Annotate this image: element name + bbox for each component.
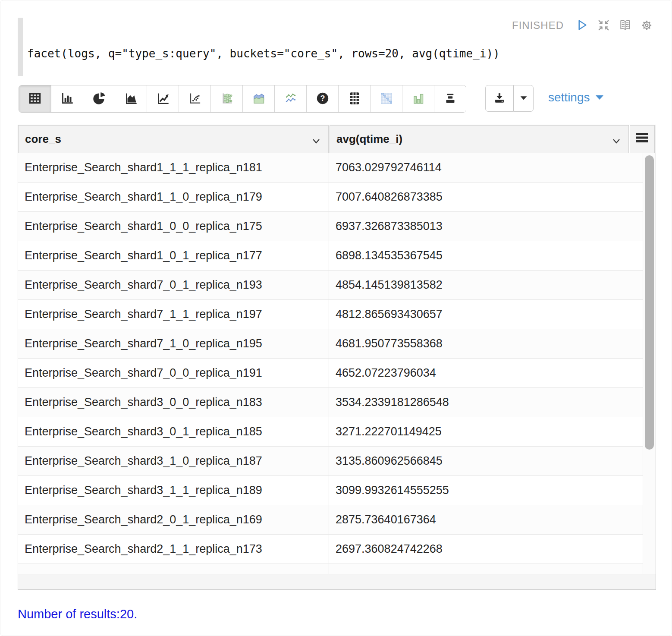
cell-core-s: Enterprise_Search_shard2_0_1_replica_n16…	[18, 505, 329, 534]
download-dropdown-button[interactable]	[514, 85, 534, 112]
chart-type-line-chart-button[interactable]	[147, 85, 179, 112]
code-editor[interactable]: facet(logs, q="type_s:query", buckets="c…	[18, 18, 656, 76]
cell-core-s: Enterprise_Search_shard2_1_1_replica_n17…	[18, 535, 329, 564]
chart-type-group: ?	[19, 85, 466, 113]
table-row: Enterprise_Search_shard7_1_0_replica_n19…	[18, 329, 643, 359]
cell-avg-qtime-i: 4652.07223796034	[329, 359, 643, 387]
column-header-core-s[interactable]: core_s	[18, 125, 329, 153]
cell-avg-qtime-i: 7007.640826873385	[329, 183, 643, 211]
funnel-chart-icon	[442, 90, 458, 108]
download-button-group	[485, 85, 534, 112]
download-button[interactable]	[485, 85, 514, 112]
zeppelin-paragraph: FINISHED	[0, 0, 672, 636]
heatmap-icon	[378, 90, 395, 108]
table-row: Enterprise_Search_shard1_0_1_replica_n17…	[18, 241, 643, 271]
cell-avg-qtime-i: 6898.134535367545	[329, 241, 643, 270]
vertical-scrollbar-thumb[interactable]	[645, 155, 654, 450]
vertical-scrollbar[interactable]	[643, 153, 656, 574]
chevron-down-icon[interactable]	[611, 135, 622, 144]
chart-type-table-button[interactable]	[19, 85, 51, 112]
code-line[interactable]: facet(logs, q="type_s:query", buckets="c…	[27, 47, 500, 60]
table-row: Enterprise_Search_shard3_1_1_replica_n18…	[18, 476, 643, 505]
cell-core-s: Enterprise_Search_shard1_1_0_replica_n17…	[18, 183, 329, 211]
cell-avg-qtime-i: 4854.145139813582	[329, 271, 643, 299]
settings-label: settings	[548, 91, 590, 104]
chart-type-heatmap-button[interactable]	[370, 85, 402, 112]
table-row: Enterprise_Search_shard1_1_1_replica_n18…	[18, 153, 643, 183]
cell-core-s: Enterprise_Search_shard3_1_1_replica_n18…	[18, 476, 329, 505]
table-icon	[27, 90, 43, 108]
scatter-chart-icon	[187, 90, 203, 108]
cell-avg-qtime-i: 3534.2339181286548	[329, 388, 643, 417]
cell-core-s: Enterprise_Search_shard1_0_1_replica_n17…	[18, 241, 329, 270]
table-row: Enterprise_Search_shard1_1_0_replica_n17…	[18, 183, 643, 212]
chart-type-stacked-area-chart-button[interactable]	[242, 85, 274, 112]
caret-down-icon	[594, 91, 605, 104]
data-grid-icon	[346, 90, 363, 108]
cell-core-s: Enterprise_Search_shard7_0_0_replica_n19…	[18, 359, 329, 387]
cell-avg-qtime-i: 2875.73640167364	[329, 505, 643, 534]
chart-type-area-chart-button[interactable]	[115, 85, 147, 112]
visualization-toolbar: ?	[19, 85, 605, 113]
table-row: Enterprise_Search_shard2_0_1_replica_n16…	[18, 505, 643, 535]
bubble-chart-icon	[219, 90, 235, 108]
cell-avg-qtime-i: 3271.222701149425	[329, 417, 643, 446]
chart-type-scatter-chart-button[interactable]	[179, 85, 210, 112]
editor-gutter	[18, 18, 23, 76]
table-row: Enterprise_Search_shard7_1_1_replica_n19…	[18, 300, 643, 329]
horizontal-scrollbar[interactable]	[18, 574, 656, 589]
area-chart-icon	[123, 90, 139, 108]
cell-avg-qtime-i: 3099.9932614555255	[329, 476, 643, 505]
table-body: Enterprise_Search_shard1_1_1_replica_n18…	[18, 153, 643, 574]
line-chart-icon	[155, 90, 171, 108]
chart-type-multi-line-chart-button[interactable]	[274, 85, 306, 112]
chart-type-column-chart-button[interactable]	[402, 85, 434, 112]
chart-type-funnel-chart-button[interactable]	[434, 85, 466, 112]
cell-core-s: Enterprise_Search_shard3_0_0_replica_n18…	[18, 388, 329, 417]
column-header-label: core_s	[25, 132, 61, 146]
cell-core-s	[18, 564, 329, 574]
cell-avg-qtime-i: 4812.865693430657	[329, 300, 643, 329]
cell-core-s: Enterprise_Search_shard3_1_0_replica_n18…	[18, 447, 329, 475]
column-header-label: avg(qtime_i)	[336, 132, 402, 146]
cell-core-s: Enterprise_Search_shard1_1_1_replica_n18…	[18, 153, 329, 182]
cell-core-s: Enterprise_Search_shard7_1_1_replica_n19…	[18, 300, 329, 329]
cell-avg-qtime-i: 6937.326873385013	[329, 212, 643, 241]
cell-avg-qtime-i	[329, 564, 643, 574]
cell-avg-qtime-i: 3135.860962566845	[329, 447, 643, 475]
result-table: core_s avg(qtime_i) Enterprise_Search_sh…	[18, 125, 656, 590]
column-header-avg-qtime-i[interactable]: avg(qtime_i)	[330, 125, 629, 153]
table-row: Enterprise_Search_shard7_0_0_replica_n19…	[18, 359, 643, 388]
multi-line-chart-icon	[283, 90, 299, 108]
chart-type-bubble-chart-button[interactable]	[210, 85, 242, 112]
hamburger-menu-icon	[636, 132, 649, 147]
table-row: Enterprise_Search_shard1_0_0_replica_n17…	[18, 212, 643, 241]
table-row: Enterprise_Search_shard3_1_0_replica_n18…	[18, 447, 643, 476]
settings-dropdown[interactable]: settings	[548, 91, 605, 104]
help-icon: ?	[314, 90, 331, 108]
table-header-row: core_s avg(qtime_i)	[18, 125, 656, 153]
svg-text:?: ?	[320, 94, 325, 103]
download-icon	[492, 91, 507, 107]
cell-core-s: Enterprise_Search_shard1_0_0_replica_n17…	[18, 212, 329, 241]
chart-type-data-grid-button[interactable]	[338, 85, 370, 112]
chart-type-bar-chart-button[interactable]	[51, 85, 83, 112]
cell-core-s: Enterprise_Search_shard3_0_1_replica_n18…	[18, 417, 329, 446]
table-row	[18, 564, 643, 574]
results-count: Number of results:20.	[18, 607, 137, 621]
cell-core-s: Enterprise_Search_shard7_0_1_replica_n19…	[18, 271, 329, 299]
pie-chart-icon	[91, 90, 107, 108]
table-row: Enterprise_Search_shard3_0_0_replica_n18…	[18, 388, 643, 417]
chart-type-pie-chart-button[interactable]	[83, 85, 115, 112]
chart-type-help-button[interactable]: ?	[306, 85, 338, 112]
cell-avg-qtime-i: 2697.360824742268	[329, 535, 643, 564]
table-menu-button[interactable]	[630, 125, 655, 153]
cell-avg-qtime-i: 7063.029792746114	[329, 153, 643, 182]
cell-avg-qtime-i: 4681.950773558368	[329, 329, 643, 358]
table-row: Enterprise_Search_shard3_0_1_replica_n18…	[18, 417, 643, 447]
bar-chart-icon	[59, 90, 75, 108]
cell-core-s: Enterprise_Search_shard7_1_0_replica_n19…	[18, 329, 329, 358]
chevron-down-icon[interactable]	[311, 135, 321, 144]
column-chart-icon	[410, 90, 427, 108]
caret-down-icon	[519, 94, 528, 103]
